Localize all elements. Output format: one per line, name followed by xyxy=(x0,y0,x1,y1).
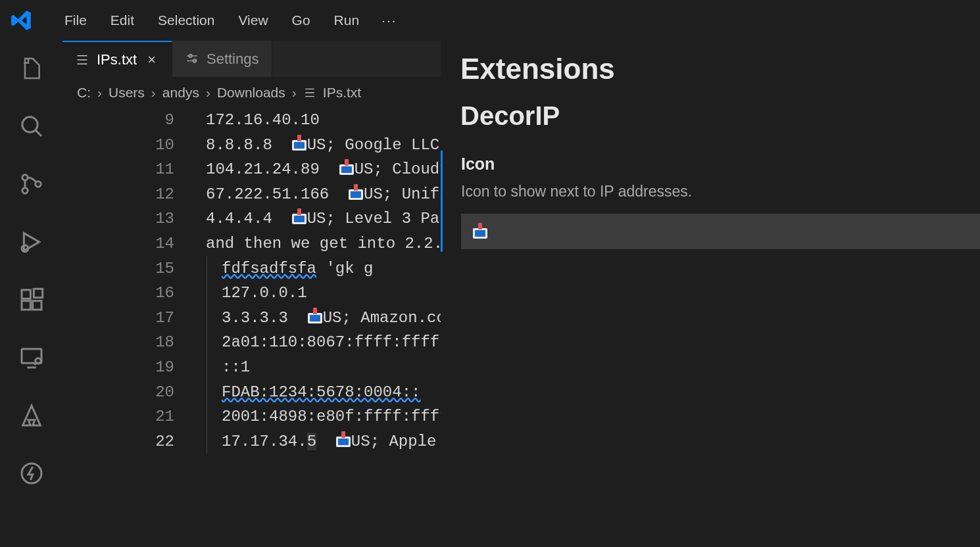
chevron-right-icon: › xyxy=(206,85,210,101)
chevron-right-icon: › xyxy=(97,85,102,101)
svg-rect-5 xyxy=(22,290,30,298)
crumb-file[interactable]: IPs.txt xyxy=(323,85,361,101)
menu-file[interactable]: File xyxy=(53,12,99,28)
decorip-icon xyxy=(349,185,363,200)
settings-header: Extensions xyxy=(441,47,980,101)
line-number: 21 xyxy=(62,404,174,429)
file-lines-icon xyxy=(76,53,89,66)
action-icon[interactable] xyxy=(16,458,47,489)
decorip-icon xyxy=(292,210,306,224)
svg-rect-9 xyxy=(22,349,41,364)
line-number: 19 xyxy=(62,355,174,380)
line-number: 12 xyxy=(62,182,174,207)
crumb-users[interactable]: Users xyxy=(109,85,145,101)
tab-label: Settings xyxy=(207,51,259,68)
activity-bar xyxy=(0,41,62,547)
line-number: 10 xyxy=(62,133,174,158)
svg-point-2 xyxy=(22,188,27,193)
tab-ips-txt[interactable]: IPs.txt × xyxy=(62,41,172,77)
text-editor[interactable]: 910111213141516171819202122 172.16.40.10… xyxy=(62,108,441,547)
search-icon[interactable] xyxy=(16,110,47,142)
menu-bar: File Edit Selection View Go Run ··· xyxy=(0,0,980,41)
decorip-icon xyxy=(473,224,487,239)
setting-title: Icon xyxy=(461,155,980,174)
run-debug-icon[interactable] xyxy=(16,226,47,258)
tab-settings[interactable]: Settings xyxy=(172,41,273,77)
file-lines-icon xyxy=(303,87,316,99)
line-number: 22 xyxy=(62,429,174,454)
vscode-logo-icon xyxy=(11,9,33,32)
menu-selection[interactable]: Selection xyxy=(146,12,226,28)
settings-section: DecorIP xyxy=(441,101,980,151)
line-number-gutter: 910111213141516171819202122 xyxy=(62,108,194,454)
extensions-icon[interactable] xyxy=(16,284,47,316)
svg-point-11 xyxy=(22,464,41,483)
tab-label: IPs.txt xyxy=(97,51,137,68)
decorip-icon xyxy=(336,433,351,447)
code-line[interactable]: 3.3.3.3 US; Amazon.com, Inc. xyxy=(206,306,441,331)
crumb-andys[interactable]: andys xyxy=(162,85,199,101)
svg-point-0 xyxy=(22,117,37,132)
code-line[interactable]: 2001:4898:e80f:ffff:ffff:ffff:ffff:ffff … xyxy=(206,404,441,429)
command-center[interactable] xyxy=(605,0,980,11)
settings-panel: Extensions DecorIP Icon Icon to show nex… xyxy=(441,41,980,547)
editor-group: IPs.txt × Settings C: › Users › andys › … xyxy=(62,41,441,547)
azure-icon[interactable] xyxy=(16,400,47,431)
code-line[interactable]: FDAB:1234:5678:0004:: xyxy=(206,380,441,405)
line-number: 17 xyxy=(62,306,174,331)
code-line[interactable]: 2a01:110:8067:ffff:ffff:ffff:ffff:ffff U… xyxy=(206,330,441,355)
editor-content[interactable]: 172.16.40.108.8.8.8 US; Google LLC104.21… xyxy=(206,108,441,454)
code-line[interactable]: 127.0.0.1 xyxy=(206,281,441,306)
code-line[interactable]: 104.21.24.89 US; Cloudflar xyxy=(206,157,441,182)
code-line[interactable]: 8.8.8.8 US; Google LLC xyxy=(206,133,441,158)
code-line[interactable]: 172.16.40.10 xyxy=(206,108,441,133)
svg-point-3 xyxy=(35,181,40,187)
remote-explorer-icon[interactable] xyxy=(16,342,47,373)
tab-bar: IPs.txt × Settings xyxy=(62,41,441,78)
chevron-right-icon: › xyxy=(151,85,156,101)
svg-rect-8 xyxy=(34,289,42,297)
line-number: 20 xyxy=(62,380,174,405)
line-number: 18 xyxy=(62,330,174,355)
svg-rect-6 xyxy=(22,301,30,310)
svg-rect-7 xyxy=(32,301,41,310)
decorip-icon xyxy=(339,160,354,175)
decorip-icon xyxy=(308,309,322,323)
menu-edit[interactable]: Edit xyxy=(99,12,146,28)
menu-run[interactable]: Run xyxy=(322,12,372,28)
crumb-downloads[interactable]: Downloads xyxy=(217,85,285,101)
menu-more-icon[interactable]: ··· xyxy=(371,12,408,28)
code-line[interactable]: 17.17.34.5 US; Apple Inc. xyxy=(206,429,441,454)
line-number: 11 xyxy=(62,157,174,182)
svg-point-4 xyxy=(22,245,28,252)
setting-description: Icon to show next to IP addresses. xyxy=(461,183,980,201)
code-line[interactable]: 67.222.51.166 US; Unified xyxy=(206,182,441,207)
setting-icon: Icon Icon to show next to IP addresses. xyxy=(441,151,980,252)
code-line[interactable]: 4.4.4.4 US; Level 3 Parent xyxy=(206,206,441,231)
close-icon[interactable]: × xyxy=(145,51,159,68)
svg-point-1 xyxy=(22,175,27,180)
chevron-right-icon: › xyxy=(292,85,297,101)
code-line[interactable]: fdfsadfsfa 'gk g xyxy=(206,256,441,281)
line-number: 9 xyxy=(62,108,174,133)
source-control-icon[interactable] xyxy=(16,168,47,200)
line-number: 13 xyxy=(62,206,174,231)
sliders-icon xyxy=(185,53,199,66)
decorip-icon xyxy=(292,136,306,151)
code-line[interactable]: ::1 xyxy=(206,355,441,380)
explorer-icon[interactable] xyxy=(16,53,47,84)
crumb-root[interactable]: C: xyxy=(77,85,91,101)
line-number: 16 xyxy=(62,281,174,306)
setting-icon-input[interactable] xyxy=(461,214,980,249)
breadcrumb[interactable]: C: › Users › andys › Downloads › IPs.txt xyxy=(62,78,441,108)
line-number: 14 xyxy=(62,231,174,256)
menu-view[interactable]: View xyxy=(226,12,280,28)
line-number: 15 xyxy=(62,256,174,281)
menu-go[interactable]: Go xyxy=(280,12,322,28)
code-line[interactable]: and then we get into 2.2.2.2 xyxy=(206,231,441,256)
